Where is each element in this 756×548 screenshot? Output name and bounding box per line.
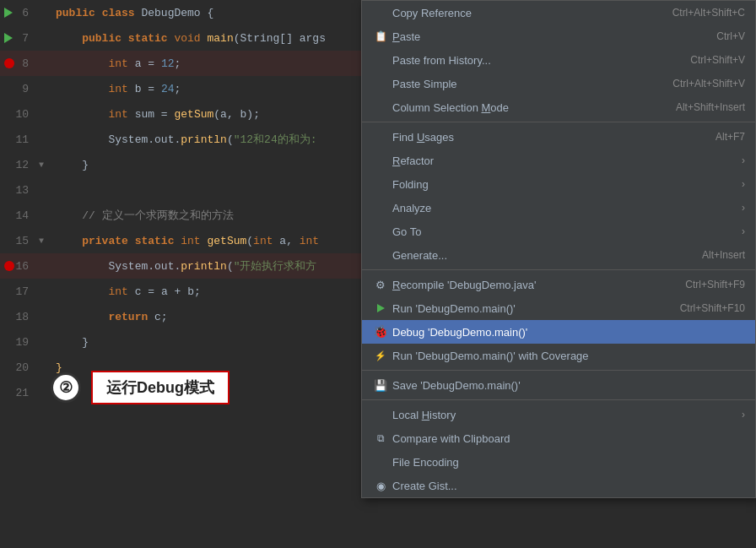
generate-shortcut: Alt+Insert (702, 249, 745, 261)
paste-simple-label: Paste Simple (392, 78, 656, 90)
fold-17 (35, 285, 47, 297)
separator-1 (362, 122, 755, 122)
context-menu: Copy Reference Ctrl+Alt+Shift+C 📋 Paste … (361, 0, 756, 498)
fold-14 (35, 209, 47, 221)
fold-8 (35, 57, 47, 69)
code-line-15: 15 ▼ private static int getSum(int a, in… (0, 228, 367, 253)
find-usages-label: Find Usages (392, 131, 699, 144)
fold-20 (35, 361, 47, 373)
menu-item-folding[interactable]: Folding › (362, 172, 755, 196)
folding-arrow: › (742, 178, 745, 190)
line-num-21: 21 (15, 387, 35, 399)
run-icon-9 (2, 82, 15, 95)
menu-item-compare-clipboard[interactable]: ⧉ Compare with Clipboard (362, 426, 755, 450)
menu-item-copy-reference[interactable]: Copy Reference Ctrl+Alt+Shift+C (362, 1, 755, 24)
menu-item-save-main[interactable]: 💾 Save 'DebugDemo.main()' (362, 373, 755, 397)
line-content-16: System.out.println("开始执行求和方 (52, 258, 317, 274)
goto-arrow: › (742, 225, 745, 237)
gutter-21: 21 (0, 380, 52, 405)
menu-item-run-coverage[interactable]: ⚡ Run 'DebugDemo.main()' with Coverage (362, 344, 755, 367)
column-mode-shortcut: Alt+Shift+Insert (676, 101, 745, 113)
line-num-11: 11 (15, 133, 35, 146)
code-line-11: 11 System.out.println("12和24的和为: (0, 127, 367, 152)
save-main-label: Save 'DebugDemo.main()' (392, 379, 745, 392)
line-content-8: int a = 12; (52, 57, 181, 70)
menu-item-column-mode[interactable]: Column Selection Mode Alt+Shift+Insert (362, 95, 755, 119)
line-num-8: 8 (15, 57, 35, 70)
code-line-19: 19 } (0, 329, 367, 355)
run-icon-18 (2, 310, 15, 323)
fold-16 (35, 260, 47, 272)
menu-item-generate[interactable]: Generate... Alt+Insert (362, 243, 755, 267)
fold-icon-12[interactable]: ▼ (35, 159, 47, 171)
menu-item-file-encoding[interactable]: File Encoding (362, 450, 755, 474)
code-line-7: 7 public static void main(String[] args (0, 25, 367, 51)
annotation-number: ② (51, 372, 81, 403)
gutter-6: 6 (0, 0, 52, 25)
paste-history-label: Paste from History... (392, 54, 673, 67)
local-history-label: Local History (392, 409, 742, 421)
code-line-9: 9 int b = 24; (0, 76, 367, 101)
menu-item-local-history[interactable]: Local History › (362, 403, 755, 426)
separator-3 (362, 370, 755, 371)
local-history-arrow: › (742, 409, 745, 420)
gutter-7: 7 (0, 25, 52, 51)
menu-item-paste-history[interactable]: Paste from History... Ctrl+Shift+V (362, 48, 755, 72)
breakpoint-8 (2, 57, 15, 70)
compare-clipboard-icon: ⧉ (372, 432, 389, 444)
recompile-icon: ⚙ (372, 279, 389, 291)
menu-item-goto[interactable]: Go To › (362, 220, 755, 243)
analyze-arrow: › (742, 202, 745, 214)
paste-shortcut: Ctrl+V (716, 30, 745, 42)
menu-item-recompile[interactable]: ⚙ Recompile 'DebugDemo.java' Ctrl+Shift+… (362, 273, 755, 296)
line-content-6: public class DebugDemo { (52, 7, 213, 19)
main-container: 6 public class DebugDemo { 7 publ (0, 0, 756, 548)
annotation-box: ② 运行Debug模式 (51, 371, 230, 404)
save-main-icon: 💾 (372, 379, 389, 392)
line-num-16: 16 (15, 260, 35, 273)
separator-2 (362, 269, 755, 270)
line-content-7: public static void main(String[] args (52, 32, 326, 45)
line-num-17: 17 (15, 285, 35, 298)
run-icon-6 (2, 6, 15, 19)
line-content-12: } (52, 159, 89, 171)
fold-icon-15[interactable]: ▼ (35, 235, 47, 247)
menu-item-analyze[interactable]: Analyze › (362, 196, 755, 220)
menu-item-paste[interactable]: 📋 Paste Ctrl+V (362, 24, 755, 48)
gutter-8: 8 (0, 51, 52, 76)
run-icon-13 (2, 183, 15, 197)
breakpoint-dot-8 (4, 58, 14, 68)
fold-11 (35, 133, 47, 145)
menu-item-paste-simple[interactable]: Paste Simple Ctrl+Alt+Shift+V (362, 72, 755, 95)
line-content-14: // 定义一个求两数之和的方法 (52, 208, 234, 223)
run-coverage-icon: ⚡ (372, 350, 389, 361)
menu-item-debug-main[interactable]: 🐞 Debug 'DebugDemo.main()' (362, 320, 755, 344)
refactor-label: Refactor (392, 155, 742, 167)
copy-reference-shortcut: Ctrl+Alt+Shift+C (672, 7, 745, 19)
gutter-20: 20 (0, 355, 52, 380)
run-coverage-label: Run 'DebugDemo.main()' with Coverage (392, 350, 745, 362)
run-icon-20 (2, 361, 15, 374)
gutter-11: 11 (0, 127, 52, 152)
create-gist-icon: ◉ (372, 480, 389, 492)
generate-label: Generate... (392, 249, 685, 262)
debug-main-icon: 🐞 (372, 324, 389, 339)
line-num-6: 6 (15, 7, 35, 19)
line-content-18: return c; (52, 311, 168, 323)
menu-item-create-gist[interactable]: ◉ Create Gist... (362, 474, 755, 497)
menu-item-refactor[interactable]: Refactor › (362, 149, 755, 172)
refactor-arrow: › (742, 155, 745, 166)
menu-item-find-usages[interactable]: Find Usages Alt+F7 (362, 125, 755, 149)
gutter-18: 18 (0, 304, 52, 329)
run-arrow-7 (4, 33, 13, 43)
paste-label: Paste (392, 30, 699, 43)
fold-13 (35, 184, 47, 196)
goto-label: Go To (392, 225, 742, 238)
fold-icon-6[interactable] (35, 7, 47, 19)
separator-4 (362, 399, 755, 400)
code-line-18: 18 return c; (0, 304, 367, 329)
breakpoint-16 (2, 259, 15, 273)
fold-icon-7[interactable] (35, 32, 47, 44)
line-content-10: int sum = getSum(a, b); (52, 108, 260, 121)
menu-item-run-main[interactable]: Run 'DebugDemo.main()' Ctrl+Shift+F10 (362, 296, 755, 320)
